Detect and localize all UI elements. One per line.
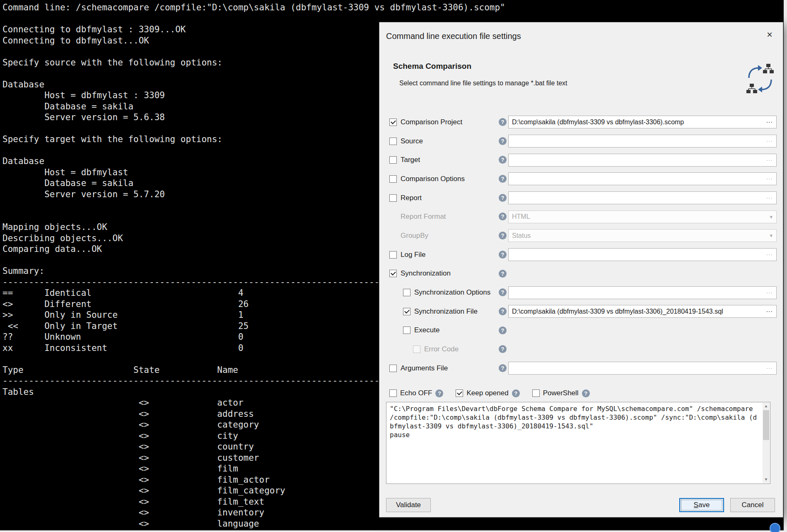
target-checkbox[interactable] <box>389 156 397 164</box>
dialog-subtitle: Select command line file settings to man… <box>399 80 567 87</box>
browse-button[interactable]: ... <box>766 117 773 124</box>
row-label: Comparison Options <box>401 175 465 183</box>
echo-off-checkbox[interactable] <box>389 389 397 397</box>
keep-opened-checkbox[interactable] <box>456 389 463 397</box>
bat-file-text-box[interactable]: "C:\Program Files\Devart\dbForge Schema … <box>386 402 770 484</box>
option-echo-off: Echo OFF ? <box>389 389 443 397</box>
help-icon[interactable]: ? <box>499 213 507 220</box>
setting-row-source: Source ? ... <box>389 132 777 151</box>
scroll-down-icon[interactable]: ▼ <box>763 476 770 483</box>
option-powershell: PowerShell ? <box>532 389 590 397</box>
cancel-button[interactable]: Cancel <box>730 498 775 512</box>
validate-button[interactable]: Validate <box>386 498 431 512</box>
setting-row-report-format: Report Format ? HTML ▾ <box>389 207 777 226</box>
browse-button[interactable]: ... <box>766 249 773 257</box>
row-label: Synchronization <box>401 269 451 278</box>
browse-button[interactable]: ... <box>766 174 773 181</box>
browse-button[interactable]: ... <box>766 288 773 295</box>
help-icon[interactable]: ? <box>499 288 507 296</box>
arguments-file-input[interactable]: ... <box>508 362 777 375</box>
setting-row-groupby: GroupBy ? Status ▾ <box>389 226 777 245</box>
browse-button[interactable]: ... <box>766 193 773 200</box>
help-icon[interactable]: ? <box>499 232 507 239</box>
browse-button[interactable]: ... <box>766 155 773 162</box>
scroll-up-icon[interactable]: ▲ <box>763 403 770 410</box>
report-input[interactable]: ... <box>508 191 777 204</box>
help-icon[interactable]: ? <box>499 194 507 202</box>
synchronization-file-input[interactable]: D:\comp\sakila (dbfmylast-3309 vs dbfmyl… <box>508 305 777 318</box>
settings-rows: Comparison Project ? D:\comp\sakila (dbf… <box>389 113 777 378</box>
source-checkbox[interactable] <box>389 138 397 145</box>
comparison-project-checkbox[interactable] <box>389 118 397 126</box>
dropdown-arrow-icon: ▾ <box>770 214 773 220</box>
close-icon: ✕ <box>766 31 773 39</box>
comparison-project-input[interactable]: D:\comp\sakila (dbfmylast-3309 vs dbfmyl… <box>508 116 777 128</box>
powershell-checkbox[interactable] <box>532 389 540 397</box>
groupby-dropdown[interactable]: Status ▾ <box>508 229 777 242</box>
target-input[interactable]: ... <box>508 154 777 167</box>
option-keep-opened: Keep opened ? <box>456 389 519 397</box>
window-edge-bottom <box>0 530 787 532</box>
setting-row-comparison-project: Comparison Project ? D:\comp\sakila (dbf… <box>389 113 777 132</box>
row-label: Report <box>401 194 422 202</box>
option-label: Keep opened <box>466 389 508 397</box>
help-icon[interactable]: ? <box>512 389 520 397</box>
option-label: Echo OFF <box>400 389 432 397</box>
synchronization-options-checkbox[interactable] <box>403 289 410 296</box>
help-icon[interactable]: ? <box>435 389 443 397</box>
row-label: GroupBy <box>401 232 428 240</box>
execute-checkbox[interactable] <box>403 326 410 334</box>
close-button[interactable]: ✕ <box>764 29 775 41</box>
help-icon[interactable]: ? <box>499 251 507 259</box>
setting-row-synchronization: Synchronization ? <box>389 264 777 283</box>
error-code-checkbox[interactable] <box>413 346 420 353</box>
setting-row-error-code: Error Code ? <box>389 340 777 359</box>
row-label: Synchronization File <box>414 307 478 316</box>
log-file-checkbox[interactable] <box>389 251 397 259</box>
row-label: Log File <box>401 251 425 259</box>
help-icon[interactable]: ? <box>499 364 507 372</box>
help-icon[interactable]: ? <box>499 307 507 315</box>
comparison-options-checkbox[interactable] <box>389 175 397 183</box>
source-input[interactable]: ... <box>508 135 777 148</box>
browse-button[interactable]: ... <box>766 363 773 370</box>
help-icon[interactable]: ? <box>499 326 507 334</box>
setting-row-report: Report ? ... <box>389 189 777 208</box>
scrollbar-thumb[interactable] <box>763 410 769 440</box>
setting-row-log-file: Log File ? ... <box>389 245 777 264</box>
touch-cursor-indicator <box>770 523 780 532</box>
help-icon[interactable]: ? <box>499 175 507 183</box>
synchronization-file-checkbox[interactable] <box>403 308 410 315</box>
help-icon[interactable]: ? <box>582 389 590 397</box>
comparison-options-input[interactable]: ... <box>508 172 777 185</box>
scrollbar[interactable]: ▲ ▼ <box>763 403 770 483</box>
field-value: D:\comp\sakila (dbfmylast-3309 vs dbfmyl… <box>512 118 684 126</box>
row-label: Source <box>401 137 423 145</box>
synchronization-checkbox[interactable] <box>389 270 397 277</box>
command-line-settings-dialog: Command line execution file settings ✕ S… <box>379 22 783 517</box>
field-value: Status <box>512 232 531 239</box>
browse-button[interactable]: ... <box>766 306 773 314</box>
setting-row-synchronization-file: Synchronization File ? D:\comp\sakila (d… <box>389 302 777 321</box>
setting-row-comparison-options: Comparison Options ? ... <box>389 169 777 189</box>
arguments-file-checkbox[interactable] <box>389 365 397 372</box>
log-file-input[interactable]: ... <box>508 248 777 261</box>
browse-button[interactable]: ... <box>766 136 773 143</box>
row-label: Synchronization Options <box>414 288 490 297</box>
help-icon[interactable]: ? <box>499 118 507 126</box>
help-icon[interactable]: ? <box>499 156 507 164</box>
report-format-dropdown[interactable]: HTML ▾ <box>508 210 777 223</box>
synchronization-options-input[interactable]: ... <box>508 286 777 299</box>
setting-row-target: Target ? ... <box>389 150 777 169</box>
help-icon[interactable]: ? <box>499 270 507 278</box>
help-icon[interactable]: ? <box>499 345 507 353</box>
row-label: Execute <box>414 326 439 334</box>
dialog-title: Command line execution file settings <box>386 31 521 41</box>
row-label: Arguments File <box>401 364 448 372</box>
report-checkbox[interactable] <box>389 194 397 202</box>
schema-comparison-heading: Schema Comparison <box>393 62 471 71</box>
field-value: D:\comp\sakila (dbfmylast-3309 vs dbfmyl… <box>512 308 723 315</box>
save-button[interactable]: Save <box>679 498 724 512</box>
help-icon[interactable]: ? <box>499 137 507 145</box>
field-value: HTML <box>512 213 530 220</box>
